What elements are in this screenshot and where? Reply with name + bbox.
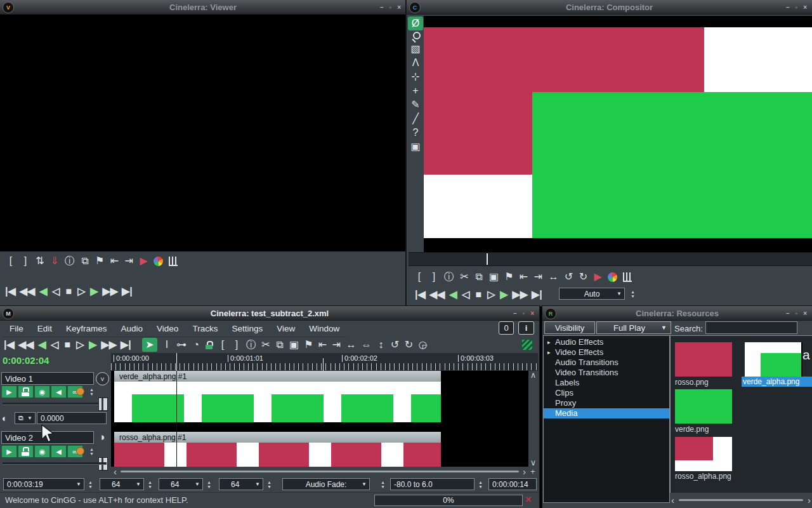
crop-tool-icon[interactable]: ✎ <box>411 98 420 112</box>
frame-forward-button[interactable]: ▷ <box>77 284 86 298</box>
play-reverse-button[interactable]: ◀ <box>39 284 48 298</box>
fit-autos-icon[interactable]: ⇔ <box>361 338 371 352</box>
frame-reverse-button[interactable]: ◁ <box>50 338 59 352</box>
span-keyframes-icon[interactable]: ⊶ <box>176 338 187 352</box>
track1-media[interactable] <box>114 382 441 422</box>
track2-master-dot[interactable] <box>76 447 84 455</box>
next-label-icon[interactable]: ⇥ <box>534 270 542 284</box>
media-panel[interactable]: rosso.png a verde_alpha.png verde.png ro… <box>670 335 812 493</box>
fast-reverse-button[interactable]: ◀◀ <box>20 284 36 298</box>
viewer-canvas[interactable] <box>0 15 406 251</box>
projector-tool-icon[interactable]: + <box>411 84 420 98</box>
histogram-icon[interactable] <box>623 272 632 282</box>
minimize-button[interactable]: – <box>786 4 790 11</box>
zoom-autos-icon[interactable]: ↕ <box>376 338 385 352</box>
track2-size-spinner[interactable] <box>88 445 96 457</box>
close-button[interactable]: × <box>803 310 807 317</box>
info-icon[interactable]: ⓘ <box>246 338 256 352</box>
viewer-titlebar[interactable]: V Cinelerra: Viewer – ▫ × <box>0 0 406 15</box>
scroll-down-icon[interactable]: ∨ <box>530 458 537 467</box>
media-thumb-rosso-alpha[interactable] <box>675 437 732 471</box>
menu-keyframes[interactable]: Keyframes <box>59 320 114 337</box>
label-icon[interactable]: ⚑ <box>95 254 104 268</box>
scroll-right-icon[interactable]: › <box>523 467 526 476</box>
amplitude-zoom-select[interactable]: 64 <box>159 478 203 490</box>
fast-forward-button[interactable]: ▶▶ <box>102 284 118 298</box>
track1-overlay-mode-button[interactable]: ⧉ <box>15 412 36 424</box>
mute-track-button[interactable]: ◀ <box>51 385 67 398</box>
scroll-left-icon[interactable]: ‹ <box>114 467 117 476</box>
edit-marker[interactable] <box>323 358 324 371</box>
prev-label-icon[interactable]: ⇤ <box>110 254 119 268</box>
mask-tool-icon[interactable]: ▧ <box>410 42 420 56</box>
copy-icon[interactable]: ⧉ <box>475 270 483 284</box>
redo-icon[interactable]: ↻ <box>404 338 413 352</box>
play-mode-select[interactable]: Full Play ▼ <box>596 321 671 334</box>
tool-window-icon[interactable]: ▣ <box>410 140 420 154</box>
menu-settings[interactable]: Settings <box>225 320 270 337</box>
track1-clip-titlebar[interactable]: verde_alpha.png #1 <box>114 371 441 382</box>
auto-range-field[interactable]: -80.0 to 6.0 <box>390 478 475 490</box>
play-forward-button[interactable]: ▶ <box>88 338 97 352</box>
prev-label-icon[interactable]: ⇤ <box>519 270 528 284</box>
track-zoom-spinner[interactable] <box>265 478 273 490</box>
close-button[interactable]: × <box>397 4 401 11</box>
media-label-rosso[interactable]: rosso.png <box>675 378 709 387</box>
scroll-right-icon[interactable]: › <box>808 496 811 504</box>
redo-icon[interactable]: ↻ <box>579 270 587 284</box>
cut-icon[interactable]: ✂ <box>261 338 270 352</box>
play-reverse-button[interactable]: ◀ <box>37 338 46 352</box>
rewind-button[interactable]: |◀ <box>4 338 15 352</box>
play-forward-button[interactable]: ▶ <box>89 284 98 298</box>
auto-type-select[interactable]: Audio Fade: <box>282 478 370 490</box>
curve-mode-spinner[interactable] <box>629 288 637 300</box>
timeline-vscrollbar[interactable]: ∧ ∨ <box>528 371 538 467</box>
hscroll-thumb[interactable] <box>121 471 519 472</box>
maximize-button[interactable]: ▫ <box>796 4 798 11</box>
auto-range-spinner-right[interactable] <box>476 478 485 490</box>
histogram-icon[interactable] <box>169 257 178 266</box>
paste-icon[interactable]: ▣ <box>489 270 499 284</box>
lock-labels-icon[interactable] <box>206 340 213 350</box>
cut-and-paste-mode-icon[interactable]: I <box>162 338 171 352</box>
out-point-icon[interactable]: ] <box>232 338 241 352</box>
amplitude-zoom-spinner[interactable] <box>205 478 213 490</box>
menu-view[interactable]: View <box>270 320 302 337</box>
search-input[interactable] <box>705 321 797 334</box>
splice-icon[interactable]: ⇅ <box>36 254 44 268</box>
frame-forward-button[interactable]: ▷ <box>75 338 84 352</box>
compositor-titlebar[interactable]: C Cinelerra: Compositor – ▫ × <box>407 0 812 15</box>
cut-icon[interactable]: ✂ <box>460 270 469 284</box>
end-button[interactable]: ▶| <box>121 338 131 352</box>
main-titlebar[interactable]: M Cinelerra: test_subtract_2.xml – ▫ × <box>0 306 539 321</box>
out-point-icon[interactable]: ] <box>429 270 438 284</box>
media-thumb-verde-alpha[interactable] <box>745 342 802 377</box>
play-track-button[interactable]: ▶ <box>1 445 17 458</box>
selection-time-field[interactable]: 0:00:00:14 <box>488 478 537 490</box>
play-clip-icon[interactable]: ▶ <box>593 270 602 284</box>
scroll-up-icon[interactable]: ∧ <box>530 371 537 379</box>
stop-button[interactable]: ■ <box>64 284 73 298</box>
copy-icon[interactable]: ⧉ <box>81 254 89 268</box>
category-proxy[interactable]: Proxy <box>544 398 669 408</box>
overwrite-icon[interactable]: ⇓ <box>50 254 59 268</box>
color-wheel-icon[interactable] <box>154 257 163 266</box>
rewind-button[interactable]: |◀ <box>5 284 16 298</box>
track2-media[interactable] <box>114 443 441 467</box>
draw-media-button[interactable]: ◉ <box>34 445 50 458</box>
track1-fader-value-field[interactable]: 0.0000 <box>37 412 107 424</box>
preview-render-icon[interactable]: ◶ <box>418 338 427 352</box>
maximize-button[interactable]: ▫ <box>796 310 798 317</box>
in-point-icon[interactable]: [ <box>218 338 227 352</box>
category-video-effects[interactable]: ▸Video Effects <box>544 347 669 358</box>
insert-point-marker[interactable] <box>176 353 177 371</box>
menu-tracks[interactable]: Tracks <box>185 320 225 337</box>
cancel-operation-button[interactable]: × <box>525 494 531 505</box>
frame-reverse-button[interactable]: ◁ <box>51 284 60 298</box>
category-audio-effects[interactable]: ▸Audio Effects <box>544 337 669 347</box>
minimize-button[interactable]: – <box>513 310 517 317</box>
session-info-button[interactable]: i <box>518 321 534 335</box>
track1-pan-icon[interactable]: ◐ <box>2 412 8 424</box>
category-media[interactable]: Media <box>544 408 669 418</box>
track1-expander-icon[interactable]: ˅ <box>96 372 109 385</box>
